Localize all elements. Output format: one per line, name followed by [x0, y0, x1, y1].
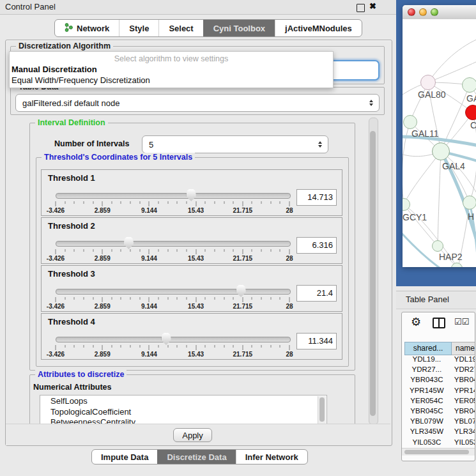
network-node[interactable] [465, 105, 476, 120]
table-data-combobox[interactable]: galFiltered.sif default node [15, 94, 380, 112]
tab-infer-network[interactable]: Infer Network [236, 450, 307, 464]
tick-mark [93, 249, 93, 252]
slider-track[interactable] [56, 337, 291, 342]
column-chooser-icon[interactable] [433, 318, 445, 328]
network-node[interactable] [403, 115, 417, 129]
tab-network[interactable]: Network [55, 20, 119, 36]
network-window[interactable]: GAL80GACGAL11GAL4GCY1HHAP2 [403, 5, 476, 267]
slider-thumb[interactable] [236, 285, 246, 297]
network-node[interactable] [432, 142, 450, 160]
gear-icon[interactable]: ⚙ [411, 316, 421, 328]
slider-tick-labels: -3.4262.8599.14415.4321.71528 [56, 303, 289, 311]
slider-track[interactable] [56, 193, 291, 199]
tick-mark [252, 345, 252, 348]
slider-ticks [56, 297, 289, 302]
tick-mark [261, 297, 262, 300]
slider-thumb[interactable] [124, 237, 134, 249]
table-row[interactable]: YLR345WYLR345W [404, 427, 475, 438]
threshold-value-field[interactable]: 6.316 [296, 237, 337, 254]
float-window-icon[interactable] [357, 4, 365, 12]
number-of-intervals-combobox[interactable]: 5 [142, 135, 328, 153]
tab-discretize-data[interactable]: Discretize Data [157, 450, 235, 464]
network-node[interactable] [462, 77, 476, 93]
zoom-traffic-light-icon[interactable] [431, 8, 438, 16]
spinner-arrows-icon [318, 141, 322, 148]
table-row[interactable]: YIL053CYIL053C [404, 438, 475, 449]
table-row[interactable]: YPR145WYPR145W [404, 387, 475, 397]
network-edge[interactable] [428, 36, 476, 82]
network-edge[interactable] [438, 151, 441, 246]
tab-jactivemnodules[interactable]: jActiveMNodules [275, 20, 362, 36]
minimize-traffic-light-icon[interactable] [419, 8, 427, 16]
network-edge[interactable] [403, 122, 410, 204]
slider-track[interactable] [56, 241, 291, 247]
table-row[interactable]: YBR043CYBR043C [404, 376, 475, 386]
tab-impute-data[interactable]: Impute Data [92, 450, 157, 464]
table-row[interactable]: YBL079WYBL079W [404, 417, 475, 427]
table-row[interactable]: YDL19...YDL19 [404, 355, 475, 365]
tab-cyni-toolbox[interactable]: Cyni Toolbox [203, 20, 275, 36]
tick-label: 2.859 [95, 207, 111, 214]
algorithm-option-manual-discretization[interactable]: Manual Discretization [12, 65, 97, 74]
algorithm-option-equal-width-frequency[interactable]: Equal Width/Frequency Discretization [12, 75, 150, 85]
threshold-value-field[interactable]: 14.713 [296, 189, 337, 206]
network-node[interactable] [432, 240, 443, 252]
network-canvas[interactable]: GAL80GACGAL11GAL4GCY1HHAP2 [403, 19, 476, 267]
tick-mark [121, 297, 121, 300]
tick-mark [139, 345, 140, 348]
slider-thumb[interactable] [187, 189, 196, 201]
tick-mark [83, 201, 84, 204]
tab-style[interactable]: Style [119, 20, 158, 36]
attributes-list-scrollbar[interactable] [318, 396, 326, 424]
attribute-list-item[interactable]: TopologicalCoefficient [40, 407, 326, 418]
apply-button[interactable]: Apply [173, 428, 212, 442]
table-column-header[interactable]: name [452, 342, 475, 355]
numerical-attributes-list[interactable]: SelfLoopsTopologicalCoefficientBetweenne… [40, 395, 327, 425]
tick-mark [93, 201, 93, 204]
tick-label: 28 [286, 303, 293, 310]
tick-mark [130, 249, 131, 252]
tick-label: 9.144 [141, 207, 157, 214]
table-row[interactable]: YER054CYER054C [404, 397, 475, 407]
close-icon[interactable]: ✖ [369, 1, 376, 11]
table-row[interactable]: YDR27...YDR27 [404, 365, 475, 376]
close-traffic-light-icon[interactable] [408, 8, 415, 16]
tick-mark [158, 345, 159, 348]
network-node[interactable] [420, 75, 436, 90]
settings-vertical-scrollbar[interactable] [369, 118, 378, 425]
scrollbar-thumb[interactable] [404, 450, 469, 454]
table-cell: YDL19... [404, 355, 449, 365]
select-columns-icon[interactable]: ☑☑ [454, 317, 469, 326]
threshold-value-field[interactable]: 21.4 [296, 285, 337, 302]
tick-mark [205, 201, 206, 204]
slider-track[interactable] [56, 289, 291, 295]
tick-label: 15.43 [188, 351, 204, 358]
tick-mark [74, 297, 75, 300]
network-node[interactable] [463, 196, 476, 210]
table-header-row: shared...name [404, 342, 475, 355]
slider-tick-labels: -3.4262.8599.14415.4321.71528 [56, 255, 289, 263]
table-cell: YBL079W [404, 417, 449, 427]
scrollbar-thumb[interactable] [319, 397, 325, 422]
tick-mark [102, 201, 103, 206]
table-row[interactable]: YBR045CYBR045C [404, 407, 475, 417]
attribute-list-item[interactable]: SelfLoops [40, 396, 326, 407]
network-edge[interactable] [404, 151, 441, 204]
tick-mark [261, 345, 262, 348]
tick-label: 2.859 [95, 255, 111, 262]
tick-mark [65, 249, 65, 252]
tick-mark [252, 297, 252, 300]
tick-mark [205, 249, 206, 252]
slider-thumb[interactable] [162, 333, 171, 345]
tab-select[interactable]: Select [158, 20, 203, 36]
threshold-value-field[interactable]: 11.344 [296, 333, 337, 349]
table-column-header[interactable]: shared... [404, 342, 452, 355]
tick-mark [177, 249, 178, 252]
tick-label: -3.426 [47, 255, 65, 262]
scrollbar-thumb[interactable] [370, 131, 376, 416]
tick-mark [65, 345, 65, 348]
tick-mark [242, 345, 243, 350]
table-data-value: galFiltered.sif default node [22, 98, 119, 108]
table-horizontal-scrollbar[interactable] [402, 448, 475, 456]
tab-network-label: Network [77, 24, 109, 33]
